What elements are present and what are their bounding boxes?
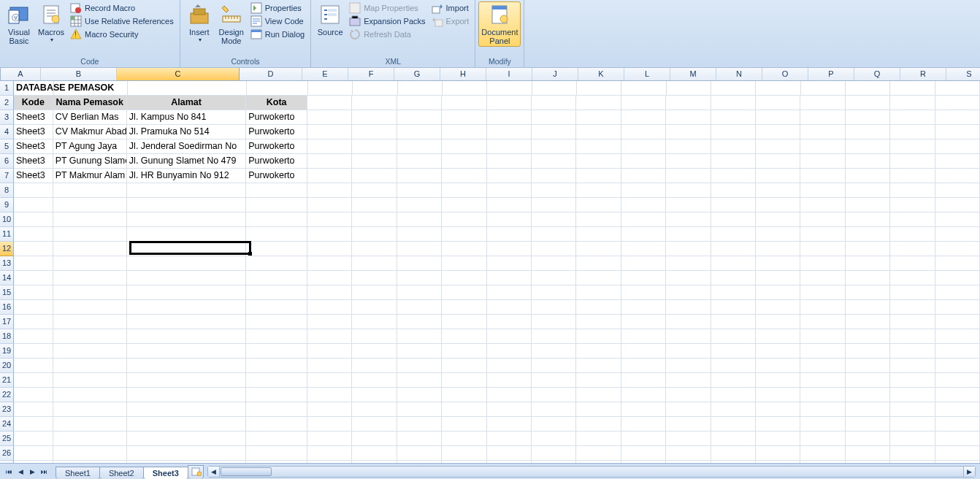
cell[interactable]: [800, 344, 845, 359]
cell[interactable]: [711, 227, 756, 242]
cell[interactable]: [890, 461, 935, 463]
cell[interactable]: [711, 446, 756, 461]
column-header-B[interactable]: B: [41, 68, 117, 80]
cell[interactable]: [442, 96, 486, 110]
source-button[interactable]: Source: [314, 1, 346, 38]
cell[interactable]: [53, 461, 127, 463]
cell[interactable]: [846, 432, 890, 446]
cell[interactable]: [621, 300, 666, 315]
cell[interactable]: [487, 388, 532, 402]
cell[interactable]: [307, 373, 352, 388]
cell[interactable]: [127, 256, 246, 271]
cell[interactable]: [307, 286, 352, 300]
cell[interactable]: [846, 300, 890, 315]
cell[interactable]: [666, 169, 711, 183]
cell[interactable]: [442, 461, 486, 463]
cell[interactable]: Purwokerto: [246, 139, 307, 154]
cell[interactable]: [756, 227, 800, 242]
cell[interactable]: [307, 169, 352, 183]
cell[interactable]: [800, 139, 845, 154]
cell[interactable]: [711, 388, 756, 402]
cell[interactable]: [576, 198, 621, 212]
cell[interactable]: [352, 359, 397, 373]
cell[interactable]: [666, 271, 711, 286]
cell[interactable]: [127, 315, 246, 329]
cell[interactable]: [800, 315, 845, 329]
row-header[interactable]: 12: [0, 242, 14, 256]
worksheet-grid[interactable]: 1DATABASE PEMASOK2KodeNama PemasokAlamat…: [0, 81, 980, 463]
cell[interactable]: [576, 242, 621, 256]
cell[interactable]: [532, 315, 576, 329]
cell[interactable]: [532, 359, 576, 373]
row-header[interactable]: 4: [0, 125, 14, 139]
column-header-K[interactable]: K: [578, 68, 624, 80]
cell[interactable]: [487, 402, 532, 417]
cell[interactable]: DATABASE PEMASOK: [14, 81, 54, 96]
row-header[interactable]: 9: [0, 198, 14, 212]
cell[interactable]: PT Gunung Slamet: [53, 154, 127, 169]
cell[interactable]: [756, 373, 800, 388]
cell[interactable]: [846, 139, 890, 154]
cell[interactable]: [352, 286, 397, 300]
cell[interactable]: [935, 125, 980, 139]
cell[interactable]: [621, 81, 666, 96]
cell[interactable]: [352, 373, 397, 388]
cell[interactable]: [666, 388, 711, 402]
cell[interactable]: [935, 315, 980, 329]
cell[interactable]: [53, 286, 127, 300]
cell[interactable]: [307, 212, 352, 227]
cell[interactable]: [890, 198, 935, 212]
cell[interactable]: [53, 315, 127, 329]
cell[interactable]: [53, 227, 127, 242]
use-relative-refs-button[interactable]: Use Relative References: [67, 15, 177, 28]
cell[interactable]: [53, 256, 127, 271]
row-header[interactable]: 10: [0, 212, 14, 227]
cell[interactable]: [935, 402, 980, 417]
cell[interactable]: [53, 300, 127, 315]
cell[interactable]: [397, 286, 442, 300]
scroll-left-button[interactable]: ◀: [208, 467, 220, 477]
cell[interactable]: [576, 329, 621, 344]
cell[interactable]: [307, 388, 352, 402]
cell[interactable]: [756, 300, 800, 315]
cell[interactable]: [442, 286, 486, 300]
cell[interactable]: [890, 139, 935, 154]
cell[interactable]: [352, 300, 397, 315]
cell[interactable]: Jl. Jenderal Soedirman No: [127, 139, 246, 154]
cell[interactable]: [621, 286, 666, 300]
cell[interactable]: [621, 402, 666, 417]
cell[interactable]: [800, 110, 845, 125]
cell[interactable]: [711, 417, 756, 432]
cell[interactable]: [397, 96, 442, 110]
cell[interactable]: [711, 125, 756, 139]
visual-basic-button[interactable]: ⓥ Visual Basic: [3, 1, 35, 47]
cell[interactable]: [442, 154, 486, 169]
cell[interactable]: [442, 198, 486, 212]
cell[interactable]: [487, 461, 532, 463]
cell[interactable]: [846, 402, 890, 417]
cell[interactable]: [756, 198, 800, 212]
row-header[interactable]: 27: [0, 461, 14, 463]
cell[interactable]: [397, 169, 442, 183]
cell[interactable]: [666, 446, 711, 461]
cell[interactable]: CV Makmur Abadi: [53, 125, 127, 139]
cell[interactable]: [890, 183, 935, 198]
cell[interactable]: [666, 432, 711, 446]
cell[interactable]: [397, 198, 442, 212]
cell[interactable]: [890, 125, 935, 139]
cell[interactable]: [54, 81, 128, 96]
cell[interactable]: [487, 96, 532, 110]
cell[interactable]: [935, 271, 980, 286]
cell[interactable]: [397, 373, 442, 388]
cell[interactable]: [14, 388, 53, 402]
cell[interactable]: [576, 432, 621, 446]
cell[interactable]: [621, 96, 666, 110]
column-header-A[interactable]: A: [1, 68, 41, 80]
cell[interactable]: [532, 154, 576, 169]
cell[interactable]: [576, 417, 621, 432]
column-header-F[interactable]: F: [348, 68, 394, 80]
cell[interactable]: [442, 446, 486, 461]
cell[interactable]: Jl. Pramuka No 514: [127, 125, 246, 139]
cell[interactable]: [890, 256, 935, 271]
cell[interactable]: [307, 139, 352, 154]
